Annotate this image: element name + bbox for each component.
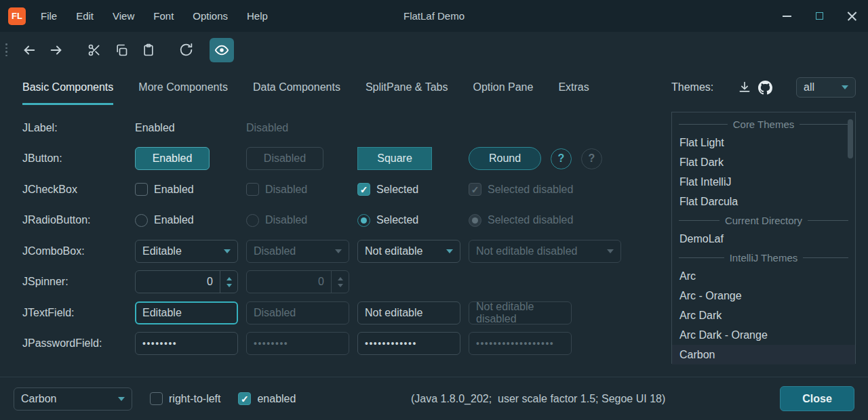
radio-disabled: Disabled (246, 214, 357, 227)
theme-item-flat-darcula[interactable]: Flat Darcula (672, 192, 855, 211)
spinner-disabled: 0 (246, 270, 349, 293)
theme-combobox[interactable]: Carbon (14, 387, 132, 411)
chevron-down-icon (446, 249, 453, 253)
menu-help[interactable]: Help (237, 6, 277, 26)
menu-view[interactable]: View (103, 6, 144, 26)
theme-separator: Core Themes (672, 115, 855, 133)
textfield-disabled: Disabled (246, 301, 349, 324)
menu-font[interactable]: Font (144, 6, 183, 26)
textfield-editable[interactable]: Editable (135, 301, 238, 324)
enabled-checkbox[interactable]: enabled (238, 392, 296, 405)
menu-options[interactable]: Options (183, 6, 237, 26)
button-square[interactable]: Square (357, 147, 432, 170)
paste-button[interactable] (135, 38, 162, 62)
button-enabled[interactable]: Enabled (135, 147, 210, 170)
theme-item-arc-dark[interactable]: Arc Dark (672, 306, 855, 325)
combobox-not-editable[interactable]: Not editable (357, 240, 460, 263)
jradiobutton-row: JRadioButton: Enabled Disabled Selected … (0, 205, 665, 236)
tab-bar: Basic Components More Components Data Co… (0, 68, 868, 107)
label-disabled: Disabled (246, 122, 288, 133)
flatlaf-demo-window: FlatLaf Demo FL File Edit View Font Opti… (0, 0, 868, 420)
tab-option-pane[interactable]: Option Pane (473, 68, 533, 107)
theme-combobox-value: Carbon (21, 393, 56, 405)
checkbox-icon (150, 392, 163, 405)
paste-clipboard-icon (142, 43, 155, 57)
checkbox-icon (135, 183, 148, 196)
jcheckbox-row: JCheckBox Enabled Disabled Selected Sele… (0, 174, 665, 205)
spinner-down-icon[interactable] (226, 284, 232, 287)
menu-file[interactable]: File (31, 6, 66, 26)
combobox-editable[interactable]: Editable (135, 240, 238, 263)
spinner-enabled[interactable]: 0 (135, 270, 238, 293)
passwordfield-not-editable[interactable]: •••••••••••• (357, 332, 460, 355)
jpasswordfield-row: JPasswordField: •••••••• •••••••• ••••••… (0, 329, 665, 360)
spinner-up-icon[interactable] (226, 277, 232, 280)
passwordfield-not-editable-disabled: •••••••••••••••••• (469, 332, 572, 355)
refresh-button[interactable] (173, 38, 200, 62)
show-hidden-toggle-button[interactable] (210, 38, 234, 62)
theme-item-arc[interactable]: Arc (672, 266, 855, 286)
tab-basic-components[interactable]: Basic Components (22, 68, 113, 107)
chevron-down-icon (224, 249, 231, 253)
themes-header: Themes: all (671, 68, 856, 107)
radio-selected-icon (357, 214, 370, 227)
download-icon (738, 81, 751, 94)
theme-item-flat-dark[interactable]: Flat Dark (672, 152, 855, 172)
radio-selected[interactable]: Selected (357, 214, 469, 227)
tab-more-components[interactable]: More Components (138, 68, 228, 107)
maximize-button[interactable] (803, 0, 835, 32)
spinner-value[interactable]: 0 (136, 276, 220, 288)
button-round[interactable]: Round (469, 147, 541, 170)
theme-separator: IntelliJ Themes (672, 249, 855, 266)
radio-icon (135, 214, 148, 227)
checkbox-checked-icon (238, 392, 251, 405)
theme-item-demolaf[interactable]: DemoLaf (672, 229, 855, 249)
copy-button[interactable] (108, 38, 135, 62)
tab-data-components[interactable]: Data Components (253, 68, 340, 107)
theme-separator: Current Directory (672, 211, 855, 229)
theme-item-carbon[interactable]: Carbon (672, 345, 855, 364)
checkbox-selected-disabled: Selected disabled (469, 183, 665, 196)
minimize-button[interactable] (770, 0, 803, 32)
radio-enabled[interactable]: Enabled (135, 214, 246, 227)
themes-filter-combobox[interactable]: all (796, 77, 856, 98)
toolbar-grip[interactable] (5, 43, 7, 56)
close-button[interactable]: Close (780, 386, 854, 411)
checkbox-enabled[interactable]: Enabled (135, 183, 246, 196)
jtextfield-row-label: JTextField: (22, 307, 135, 319)
download-themes-button[interactable] (734, 77, 755, 98)
spinner-buttons (331, 271, 349, 293)
tab-extras[interactable]: Extras (558, 68, 589, 107)
forward-button[interactable] (43, 38, 70, 62)
themes-filter-value: all (804, 81, 814, 93)
checkbox-selected[interactable]: Selected (357, 183, 469, 196)
back-button[interactable] (16, 38, 43, 62)
github-button[interactable] (755, 77, 775, 98)
menubar: File Edit View Font Options Help (31, 6, 277, 26)
refresh-icon (179, 43, 193, 57)
right-to-left-checkbox[interactable]: right-to-left (150, 392, 220, 405)
checkbox-disabled: Disabled (246, 183, 357, 196)
theme-item-arc-dark-orange[interactable]: Arc Dark - Orange (672, 325, 855, 345)
theme-item-flat-intellij[interactable]: Flat IntelliJ (672, 172, 855, 192)
tab-splitpane-tabs[interactable]: SplitPane & Tabs (366, 68, 448, 107)
spinner-buttons[interactable] (220, 271, 237, 293)
cut-button[interactable] (81, 38, 108, 62)
button-disabled: Disabled (246, 147, 323, 170)
help-button[interactable]: ? (551, 148, 572, 169)
scrollbar-thumb[interactable] (848, 119, 853, 159)
themes-label: Themes: (671, 81, 713, 93)
textfield-not-editable[interactable]: Not editable (357, 301, 460, 324)
close-window-button[interactable] (835, 0, 868, 32)
toolbar (0, 32, 868, 68)
copy-icon (115, 43, 128, 57)
basic-components-panel: JLabel: Enabled Disabled JButton: Enable… (0, 112, 665, 359)
radio-selected-disabled: Selected disabled (469, 214, 665, 227)
passwordfield-editable[interactable]: •••••••• (135, 332, 238, 355)
theme-item-flat-light[interactable]: Flat Light (672, 133, 855, 152)
menu-edit[interactable]: Edit (66, 6, 103, 26)
combobox-not-editable-disabled: Not editable disabled (469, 240, 621, 263)
theme-item-arc-orange[interactable]: Arc - Orange (672, 286, 855, 306)
spinner-up-icon (338, 277, 343, 280)
jcheckbox-row-label: JCheckBox (22, 184, 135, 196)
